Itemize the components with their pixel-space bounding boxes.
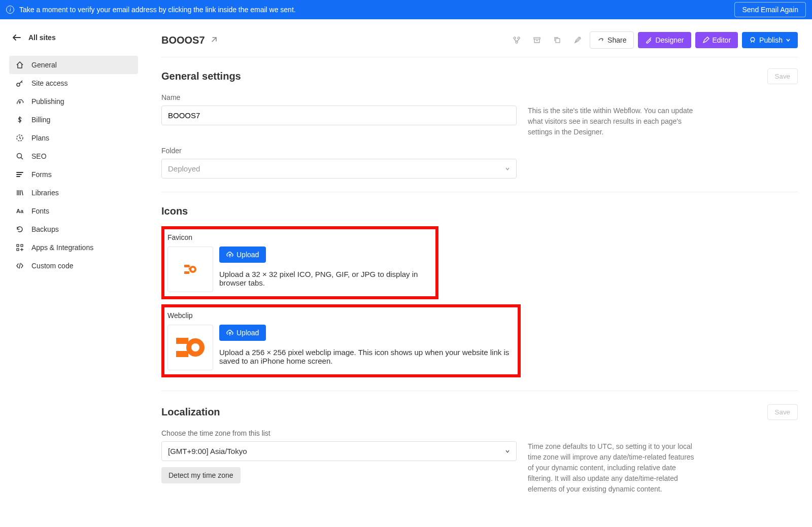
plans-icon [15,134,24,142]
sidebar-item-fonts[interactable]: Aa Fonts [9,202,138,220]
save-general-button[interactable]: Save [767,68,798,84]
key-icon [15,79,24,87]
sidebar-item-seo[interactable]: SEO [9,147,138,165]
copy-icon[interactable] [549,32,565,48]
webclip-highlight: Webclip Upload Upload a 256 × 256 pixel … [161,304,521,377]
section-title-general: General settings [161,71,241,82]
fonts-icon: Aa [15,208,24,214]
back-all-sites[interactable]: All sites [9,31,138,44]
section-title-icons: Icons [161,205,798,217]
folder-label: Folder [161,147,798,155]
upload-icon [226,251,233,258]
banner-text: Take a moment to verify your email addre… [19,6,296,14]
svg-point-8 [516,41,518,43]
svg-point-2 [17,154,22,158]
branch-icon[interactable] [509,32,525,48]
webclip-label: Webclip [167,311,515,320]
site-name-input[interactable] [161,106,517,125]
brush-icon [645,37,652,44]
svg-rect-5 [17,249,19,251]
favicon-label: Favicon [167,233,432,241]
page-header: BOOOS7 Share Designer [161,31,798,57]
send-email-again-button[interactable]: Send Email Again [734,2,806,17]
archive-icon[interactable] [529,32,545,48]
dollar-icon [15,116,24,124]
svg-rect-9 [534,38,540,39]
svg-rect-10 [556,39,560,43]
webclip-desc: Upload a 256 × 256 pixel webclip image. … [219,348,515,365]
folder-select[interactable]: Deployed [161,159,517,179]
editor-button[interactable]: Editor [695,32,738,48]
main-content: BOOOS7 Share Designer [147,19,812,516]
publish-icon [15,97,24,106]
favicon-desc: Upload a 32 × 32 pixel ICO, PNG, GIF, or… [219,270,432,287]
sidebar-item-billing[interactable]: Billing [9,111,138,129]
detect-timezone-button[interactable]: Detect my time zone [161,467,241,483]
home-icon [15,61,24,69]
sidebar: All sites General Site access Publishing… [0,19,147,516]
timezone-label: Choose the time zone from this list [161,429,798,437]
info-icon: i [6,6,14,14]
share-button[interactable]: Share [590,31,634,49]
designer-button[interactable]: Designer [638,32,691,48]
webclip-upload-button[interactable]: Upload [219,325,266,341]
timezone-select[interactable]: [GMT+9:00] Asia/Tokyo [161,441,517,461]
webclip-preview [167,325,213,370]
timezone-help-text: Time zone defaults to UTC, so setting it… [528,441,700,495]
svg-rect-13 [184,265,189,267]
sidebar-item-custom-code[interactable]: Custom code [9,257,138,275]
section-title-localization: Localization [161,406,220,418]
svg-point-6 [514,37,516,39]
page-title: BOOOS7 [161,34,205,46]
forms-icon [15,170,24,179]
code-icon [15,262,24,270]
sidebar-item-libraries[interactable]: Libraries [9,184,138,202]
sidebar-item-site-access[interactable]: Site access [9,74,138,92]
sidebar-item-general[interactable]: General [9,56,138,74]
backup-icon [15,225,24,233]
save-localization-button[interactable]: Save [767,404,798,420]
sidebar-item-plans[interactable]: Plans [9,129,138,147]
svg-rect-3 [17,244,19,247]
chevron-down-icon [505,166,510,171]
back-label: All sites [28,33,56,42]
external-link-icon[interactable] [210,37,217,44]
name-help-text: This is the site's title within Webflow.… [528,106,700,137]
pencil-icon [702,37,709,44]
sidebar-item-publishing[interactable]: Publishing [9,92,138,111]
upload-icon [226,329,233,336]
svg-rect-19 [176,344,186,351]
svg-point-18 [191,343,199,352]
verify-email-banner: i Take a moment to verify your email add… [0,0,812,19]
publish-button[interactable]: Publish [742,32,798,48]
svg-point-12 [191,268,194,271]
favicon-upload-button[interactable]: Upload [219,247,266,263]
sidebar-item-forms[interactable]: Forms [9,165,138,184]
svg-point-7 [518,37,520,39]
share-icon [597,37,604,44]
apps-icon [15,243,24,252]
svg-rect-4 [21,244,23,247]
chevron-down-icon [786,38,791,43]
svg-rect-14 [184,271,189,274]
libraries-icon [15,189,24,197]
name-label: Name [161,93,798,101]
favicon-highlight: Favicon Upload Upload a 32 × 32 pixel IC… [161,226,438,299]
arrow-left-icon [12,34,21,41]
rocket-icon [749,37,756,44]
pen-off-icon[interactable] [569,32,586,48]
svg-rect-15 [176,338,188,344]
chevron-down-icon [505,449,510,454]
sidebar-item-backups[interactable]: Backups [9,220,138,238]
search-icon [15,152,24,160]
favicon-preview [167,247,213,292]
svg-rect-16 [176,351,188,357]
sidebar-item-apps[interactable]: Apps & Integrations [9,238,138,257]
